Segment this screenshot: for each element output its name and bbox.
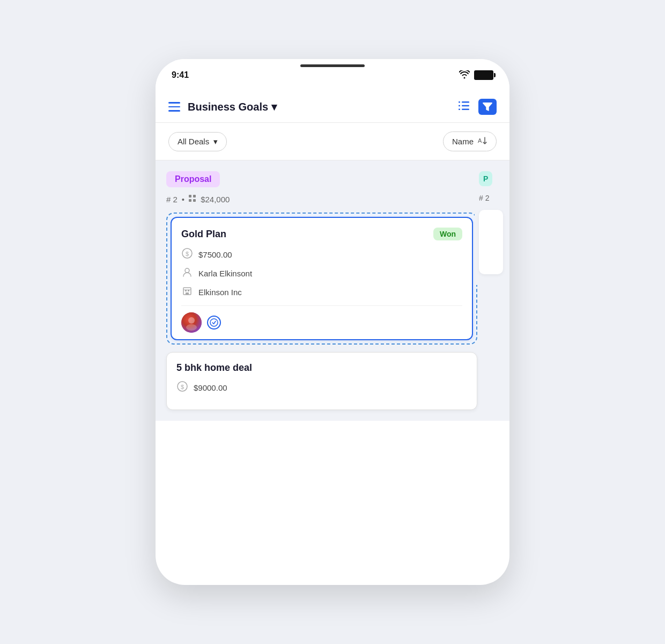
svg-point-19	[188, 317, 195, 324]
status-time: 9:41	[172, 70, 189, 80]
dollar-icon-2: $	[176, 381, 188, 394]
svg-point-20	[186, 324, 197, 331]
filter-bar: All Deals ▾ Name A	[156, 123, 509, 160]
grid-dots-icon	[189, 195, 196, 204]
card-header-2: 5 bhk home deal	[176, 362, 467, 374]
bullet: •	[182, 195, 184, 204]
kanban-board: Proposal # 2 • $24,000	[156, 160, 509, 421]
stage-badge-partial: P	[479, 171, 492, 186]
svg-point-21	[210, 319, 218, 326]
card-amount-row-2: $ $9000.00	[176, 381, 467, 394]
card-amount-2: $9000.00	[194, 383, 227, 392]
menu-button[interactable]	[168, 102, 180, 112]
card-header: Gold Plan Won	[181, 228, 462, 240]
deal-card-5bhk[interactable]: 5 bhk home deal $ $9000.00	[166, 352, 477, 410]
filter-button[interactable]	[478, 99, 497, 115]
svg-rect-10	[193, 199, 196, 202]
card-contact-row: Karla Elkinsont	[181, 267, 462, 280]
sort-label: Name	[452, 137, 474, 146]
svg-rect-1	[462, 105, 469, 107]
header-left: Business Goals ▾	[168, 100, 277, 113]
svg-rect-3	[459, 101, 460, 103]
deals-filter-label: All Deals	[178, 137, 209, 146]
sort-pill[interactable]: Name A	[443, 131, 497, 151]
avatar	[181, 312, 202, 333]
card-company: Elkinson Inc	[198, 288, 242, 297]
drop-zone: Gold Plan Won $ $7500.00	[166, 213, 477, 345]
svg-rect-8	[193, 195, 196, 197]
person-icon	[181, 267, 193, 280]
wifi-icon	[459, 70, 470, 80]
kanban-column-partial: P # 2	[475, 160, 509, 285]
partial-card-stub	[479, 210, 503, 274]
svg-rect-17	[186, 292, 189, 295]
notch	[300, 64, 365, 67]
svg-text:$: $	[186, 251, 189, 257]
svg-rect-9	[189, 199, 191, 202]
check-icon[interactable]	[207, 316, 221, 330]
card-footer	[181, 306, 462, 339]
svg-text:$: $	[181, 384, 184, 390]
page-title[interactable]: Business Goals ▾	[188, 100, 277, 113]
deals-filter-pill[interactable]: All Deals ▾	[168, 132, 227, 151]
dollar-icon: $	[181, 248, 193, 261]
card-contact: Karla Elkinsont	[198, 269, 252, 278]
won-badge: Won	[433, 228, 462, 240]
list-view-icon[interactable]	[458, 101, 470, 113]
svg-rect-2	[462, 109, 469, 111]
title-chevron-icon: ▾	[271, 100, 277, 113]
stage-badge-proposal: Proposal	[166, 171, 220, 187]
battery-icon	[474, 70, 493, 80]
phone-frame: 9:41 Business Goals	[156, 59, 509, 585]
svg-rect-5	[459, 109, 460, 111]
card-title: Gold Plan	[181, 229, 226, 240]
building-icon	[181, 286, 193, 299]
header-right	[458, 99, 497, 115]
svg-rect-4	[459, 105, 460, 107]
app-header: Business Goals ▾	[156, 91, 509, 123]
svg-rect-7	[189, 195, 191, 197]
card-amount: $7500.00	[198, 250, 232, 259]
kanban-column-proposal: Proposal # 2 • $24,000	[156, 160, 488, 421]
card-title-2: 5 bhk home deal	[176, 362, 252, 374]
card-amount-row: $ $7500.00	[181, 248, 462, 261]
column-meta: # 2 • $24,000	[166, 195, 477, 204]
deals-chevron-icon: ▾	[213, 137, 218, 147]
sort-icon: A	[478, 136, 487, 147]
column-total: $24,000	[201, 195, 230, 204]
status-bar: 9:41	[156, 59, 509, 91]
status-icons	[459, 70, 493, 80]
page-title-text: Business Goals	[188, 101, 268, 113]
card-company-row: Elkinson Inc	[181, 286, 462, 299]
partial-column-meta: # 2	[479, 194, 505, 202]
svg-point-13	[185, 268, 189, 273]
column-count: # 2	[166, 195, 178, 204]
svg-text:A: A	[478, 137, 482, 144]
svg-rect-0	[462, 101, 469, 103]
deal-card-gold-plan[interactable]: Gold Plan Won $ $7500.00	[171, 217, 473, 340]
